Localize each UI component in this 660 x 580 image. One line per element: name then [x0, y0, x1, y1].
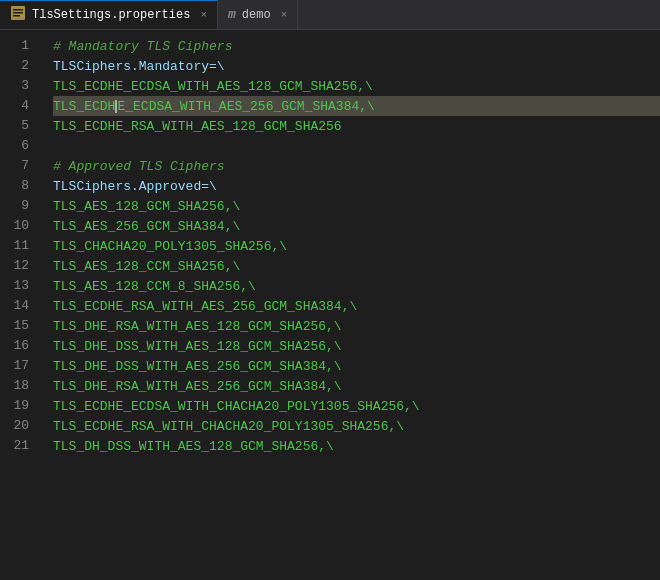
line-number-5: 5 — [0, 116, 37, 136]
code-area[interactable]: # Mandatory TLS Ciphers TLSCiphers.Manda… — [45, 30, 660, 580]
editor: 123456789101112131415161718192021 # Mand… — [0, 30, 660, 580]
code-token: TLS_ECDHE_RSA_WITH_AES_128_GCM_SHA256 — [53, 119, 342, 134]
code-line-15: TLS_DHE_RSA_WITH_AES_128_GCM_SHA256,\ — [53, 316, 660, 336]
code-line-21: TLS_DH_DSS_WITH_AES_128_GCM_SHA256,\ — [53, 436, 660, 456]
markdown-icon: m — [228, 7, 236, 22]
tab-tls-settings-label: TlsSettings.properties — [32, 8, 190, 22]
code-token: TLS_ECDHE_RSA_WITH_AES_256_GCM_SHA384,\ — [53, 299, 357, 314]
tab-demo-label: demo — [242, 8, 271, 22]
line-number-21: 21 — [0, 436, 37, 456]
code-token: TLS_DHE_RSA_WITH_AES_128_GCM_SHA256,\ — [53, 319, 342, 334]
code-token: # Mandatory TLS Ciphers — [53, 39, 232, 54]
code-line-12: TLS_AES_128_CCM_SHA256,\ — [53, 256, 660, 276]
code-line-19: TLS_ECDHE_ECDSA_WITH_CHACHA20_POLY1305_S… — [53, 396, 660, 416]
line-number-4: 4 — [0, 96, 37, 116]
code-token: # Approved TLS Ciphers — [53, 159, 225, 174]
code-token: TLSCiphers.Mandatory=\ — [53, 59, 225, 74]
code-token: TLSCiphers.Approved=\ — [53, 179, 217, 194]
code-line-8: TLSCiphers.Approved=\ — [53, 176, 660, 196]
properties-icon — [10, 5, 26, 25]
line-number-10: 10 — [0, 216, 37, 236]
code-line-14: TLS_ECDHE_RSA_WITH_AES_256_GCM_SHA384,\ — [53, 296, 660, 316]
code-line-18: TLS_DHE_RSA_WITH_AES_256_GCM_SHA384,\ — [53, 376, 660, 396]
code-token: TLS_AES_256_GCM_SHA384,\ — [53, 219, 240, 234]
code-token: TLS_CHACHA20_POLY1305_SHA256,\ — [53, 239, 287, 254]
code-token: TLS_ECDHE_ECDSA_WITH_AES_256_GCM_SHA384,… — [53, 99, 375, 114]
code-line-4: 💡 TLS_ECDHE_ECDSA_WITH_AES_256_GCM_SHA38… — [53, 96, 660, 116]
line-number-8: 8 — [0, 176, 37, 196]
line-number-17: 17 — [0, 356, 37, 376]
tab-demo[interactable]: m demo × — [218, 0, 298, 29]
code-token: TLS_ECDHE_ECDSA_WITH_AES_128_GCM_SHA256,… — [53, 79, 373, 94]
code-token: TLS_ECDHE_RSA_WITH_CHACHA20_POLY1305_SHA… — [53, 419, 404, 434]
line-number-7: 7 — [0, 156, 37, 176]
code-token: TLS_AES_128_CCM_SHA256,\ — [53, 259, 240, 274]
line-number-6: 6 — [0, 136, 37, 156]
code-line-1: # Mandatory TLS Ciphers — [53, 36, 660, 56]
line-number-3: 3 — [0, 76, 37, 96]
tab-close-demo[interactable]: × — [281, 9, 288, 21]
code-token: TLS_ECDHE_ECDSA_WITH_CHACHA20_POLY1305_S… — [53, 399, 420, 414]
line-numbers: 123456789101112131415161718192021 — [0, 30, 45, 580]
cursor — [115, 100, 117, 113]
code-token: TLS_DHE_RSA_WITH_AES_256_GCM_SHA384,\ — [53, 379, 342, 394]
code-token: TLS_DHE_DSS_WITH_AES_256_GCM_SHA384,\ — [53, 359, 342, 374]
line-number-14: 14 — [0, 296, 37, 316]
svg-rect-2 — [13, 12, 23, 14]
tab-close-tls[interactable]: × — [200, 9, 207, 21]
svg-rect-1 — [13, 9, 23, 11]
code-line-11: TLS_CHACHA20_POLY1305_SHA256,\ — [53, 236, 660, 256]
code-line-16: TLS_DHE_DSS_WITH_AES_128_GCM_SHA256,\ — [53, 336, 660, 356]
line-number-16: 16 — [0, 336, 37, 356]
code-line-17: TLS_DHE_DSS_WITH_AES_256_GCM_SHA384,\ — [53, 356, 660, 376]
code-token: TLS_DH_DSS_WITH_AES_128_GCM_SHA256,\ — [53, 439, 334, 454]
code-line-6 — [53, 136, 660, 156]
code-line-13: TLS_AES_128_CCM_8_SHA256,\ — [53, 276, 660, 296]
code-line-20: TLS_ECDHE_RSA_WITH_CHACHA20_POLY1305_SHA… — [53, 416, 660, 436]
bulb-icon[interactable]: 💡 — [45, 96, 48, 116]
line-number-11: 11 — [0, 236, 37, 256]
line-number-9: 9 — [0, 196, 37, 216]
code-line-9: TLS_AES_128_GCM_SHA256,\ — [53, 196, 660, 216]
line-number-20: 20 — [0, 416, 37, 436]
tab-bar: TlsSettings.properties × m demo × — [0, 0, 660, 30]
line-number-19: 19 — [0, 396, 37, 416]
code-line-10: TLS_AES_256_GCM_SHA384,\ — [53, 216, 660, 236]
line-number-15: 15 — [0, 316, 37, 336]
code-line-5: TLS_ECDHE_RSA_WITH_AES_128_GCM_SHA256 — [53, 116, 660, 136]
line-number-18: 18 — [0, 376, 37, 396]
code-token: TLS_AES_128_CCM_8_SHA256,\ — [53, 279, 256, 294]
code-line-7: # Approved TLS Ciphers — [53, 156, 660, 176]
tab-tls-settings[interactable]: TlsSettings.properties × — [0, 0, 218, 29]
code-line-3: TLS_ECDHE_ECDSA_WITH_AES_128_GCM_SHA256,… — [53, 76, 660, 96]
line-number-12: 12 — [0, 256, 37, 276]
line-number-1: 1 — [0, 36, 37, 56]
code-line-2: TLSCiphers.Mandatory=\ — [53, 56, 660, 76]
code-token: TLS_DHE_DSS_WITH_AES_128_GCM_SHA256,\ — [53, 339, 342, 354]
line-number-2: 2 — [0, 56, 37, 76]
svg-rect-3 — [13, 15, 20, 17]
code-token: TLS_AES_128_GCM_SHA256,\ — [53, 199, 240, 214]
line-number-13: 13 — [0, 276, 37, 296]
